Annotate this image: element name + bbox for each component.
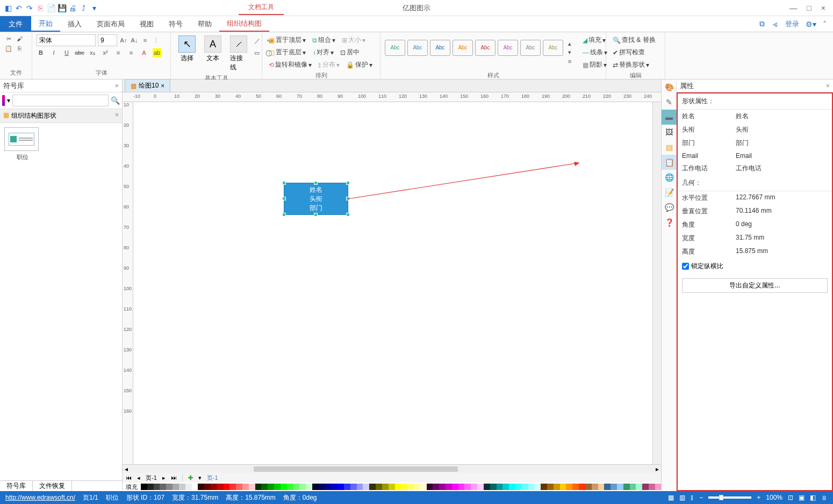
replace-shape-button[interactable]: ⇄替换形状▾ xyxy=(611,59,658,70)
canvas[interactable]: 姓名 头衔 部门 xyxy=(133,102,652,464)
paste-icon[interactable]: 📋 xyxy=(4,44,13,53)
fill-button[interactable]: ◢填充▾ xyxy=(580,34,609,46)
page-nav-first-icon[interactable]: ⏮ xyxy=(126,474,132,481)
resize-handle[interactable] xyxy=(346,197,350,200)
find-replace-button[interactable]: 🔍查找 & 替换 xyxy=(611,34,658,46)
lock-ratio-checkbox[interactable]: 锁定纵横比 xyxy=(678,258,832,274)
prop-tab-shadow-icon[interactable]: ▬ xyxy=(662,110,677,125)
tab-symbols[interactable]: 符号 xyxy=(161,16,190,32)
style-preset-2[interactable]: Abc xyxy=(407,40,428,56)
prop-row-vpos[interactable]: 垂直位置70.1146 mm xyxy=(678,205,832,218)
undo-icon[interactable]: ↶ xyxy=(14,3,24,13)
resize-handle[interactable] xyxy=(282,181,286,185)
fit-icon-4[interactable]: ⫼ xyxy=(821,494,828,501)
style-preset-7[interactable]: Abc xyxy=(520,40,541,56)
tab-org-chart[interactable]: 组织结构图 xyxy=(219,16,269,32)
view-mode-1-icon[interactable]: ▦ xyxy=(668,494,674,501)
doc-tools-tab[interactable]: 文档工具 xyxy=(239,1,284,15)
font-size-select[interactable] xyxy=(98,34,117,46)
scrollbar-vertical[interactable] xyxy=(652,102,661,464)
bring-front-button[interactable]: ▣置于顶层▾ xyxy=(267,34,308,46)
new-icon[interactable]: ⎘ xyxy=(35,3,45,13)
color-strip[interactable] xyxy=(141,484,661,490)
align-button[interactable]: ⫞对齐▾ xyxy=(310,47,336,58)
export-props-button[interactable]: 导出自定义属性... xyxy=(682,278,828,293)
file-tab[interactable]: 文件 xyxy=(0,16,31,32)
export-icon[interactable]: ⤴ xyxy=(78,3,88,13)
caret-up-icon[interactable]: ˄ xyxy=(823,20,827,28)
prop-tab-image-icon[interactable]: 🖼 xyxy=(662,125,677,140)
rotate-button[interactable]: ⟲旋转和镜像▾ xyxy=(267,59,314,70)
scrollbar-horizontal[interactable]: ◂ ▸ xyxy=(123,464,661,473)
prop-tab-line-icon[interactable]: ✎ xyxy=(662,95,677,110)
library-search-input[interactable] xyxy=(12,95,109,106)
style-preset-1[interactable]: Abc xyxy=(385,40,405,56)
prop-tab-link-icon[interactable]: 🌐 xyxy=(662,170,677,185)
library-section-header[interactable]: ▦组织结构图形状 × xyxy=(0,109,122,123)
shadow-button[interactable]: ▦阴影▾ xyxy=(580,59,609,70)
prop-tab-layer-icon[interactable]: ▤ xyxy=(662,140,677,155)
line-spacing-icon[interactable]: ≡ xyxy=(141,36,149,45)
redo-icon[interactable]: ↷ xyxy=(25,3,34,13)
list-icon[interactable]: ≡ xyxy=(114,48,123,57)
close-button[interactable]: × xyxy=(821,4,825,12)
group-button[interactable]: ⧉组合▾ xyxy=(310,34,337,46)
page-dropdown-icon[interactable]: ▾ xyxy=(198,474,202,481)
format-painter-icon[interactable]: 🖌 xyxy=(15,34,24,43)
style-next-icon[interactable]: ▾ xyxy=(565,48,574,57)
connector-tool[interactable]: ⟋连接线 xyxy=(227,34,250,73)
line-button[interactable]: —线条▾ xyxy=(580,47,609,58)
page-nav-prev-icon[interactable]: ◂ xyxy=(137,474,140,481)
prop-tab-note-icon[interactable]: 📝 xyxy=(662,185,677,200)
fit-icon-2[interactable]: ▣ xyxy=(799,494,805,501)
print-icon[interactable]: 🖨 xyxy=(68,3,77,13)
zoom-slider[interactable] xyxy=(708,496,751,499)
minimize-button[interactable]: — xyxy=(789,4,797,12)
send-back-button[interactable]: ▢置于底层▾ xyxy=(267,47,308,58)
prop-row-dept[interactable]: 部门部门 xyxy=(678,136,832,150)
strike-button[interactable]: abc xyxy=(75,48,84,57)
prop-row-phone[interactable]: 工作电话工作电话 xyxy=(678,162,832,175)
prop-row-angle[interactable]: 角度0 deg xyxy=(678,218,832,232)
prop-panel-close-icon[interactable]: × xyxy=(825,82,830,90)
style-preset-8[interactable]: Abc xyxy=(543,40,563,56)
italic-button[interactable]: I xyxy=(49,48,58,57)
tab-file-recovery[interactable]: 文件恢复 xyxy=(33,480,72,492)
gear-icon[interactable]: ⚙▾ xyxy=(806,20,816,28)
prop-tab-comment-icon[interactable]: 💬 xyxy=(662,200,677,215)
section-close-icon[interactable]: × xyxy=(115,111,119,120)
spell-check-button[interactable]: ✔拼写检查 xyxy=(611,47,658,58)
prop-tab-help-icon[interactable]: ❓ xyxy=(662,215,677,230)
copy-icon[interactable]: ⎘ xyxy=(15,44,24,53)
tab-view[interactable]: 视图 xyxy=(132,16,161,32)
underline-button[interactable]: U xyxy=(62,48,71,57)
distribute-button[interactable]: ⫿分布▾ xyxy=(316,59,342,70)
save-icon[interactable]: 💾 xyxy=(57,3,67,13)
resize-handle[interactable] xyxy=(346,213,350,217)
resize-handle[interactable] xyxy=(346,181,350,185)
style-preset-4[interactable]: Abc xyxy=(453,40,473,56)
zoom-in-icon[interactable]: + xyxy=(757,494,760,501)
zoom-out-icon[interactable]: − xyxy=(699,494,703,501)
page-nav-last-icon[interactable]: ⏭ xyxy=(171,474,177,481)
scroll-left-icon[interactable]: ◂ xyxy=(123,465,130,473)
font-color-icon[interactable]: A xyxy=(140,48,148,57)
tab-page-layout[interactable]: 页面布局 xyxy=(89,16,132,32)
prop-row-width[interactable]: 宽度31.75 mm xyxy=(678,232,832,245)
cut-icon[interactable]: ✂ xyxy=(4,34,13,43)
text-tool[interactable]: A文本 xyxy=(201,34,225,64)
page-link[interactable]: 页-1 xyxy=(207,474,218,482)
scroll-thumb[interactable] xyxy=(254,466,458,472)
open-icon[interactable]: 📄 xyxy=(46,3,56,13)
prop-row-height[interactable]: 高度15.875 mm xyxy=(678,245,832,258)
font-name-select[interactable] xyxy=(37,34,96,46)
fit-icon-3[interactable]: ◧ xyxy=(810,494,816,501)
view-mode-2-icon[interactable]: ▥ xyxy=(679,494,685,501)
fit-icon-1[interactable]: ⊡ xyxy=(788,494,793,501)
style-prev-icon[interactable]: ▴ xyxy=(565,40,574,48)
bold-button[interactable]: B xyxy=(37,48,45,57)
share-icon[interactable]: ⧉ xyxy=(759,19,765,28)
style-more-icon[interactable]: ≡ xyxy=(565,57,574,66)
prop-row-email[interactable]: EmailEmail xyxy=(678,150,832,162)
org-shape-selected[interactable]: 姓名 头衔 部门 xyxy=(284,183,348,215)
